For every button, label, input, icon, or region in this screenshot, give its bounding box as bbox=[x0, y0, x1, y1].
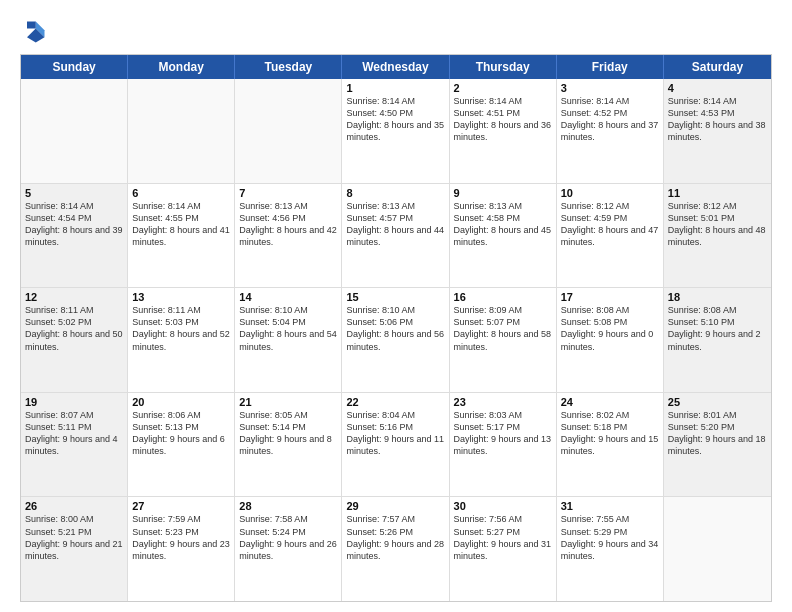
calendar-cell: 21Sunrise: 8:05 AM Sunset: 5:14 PM Dayli… bbox=[235, 393, 342, 497]
calendar-cell: 8Sunrise: 8:13 AM Sunset: 4:57 PM Daylig… bbox=[342, 184, 449, 288]
calendar-cell: 26Sunrise: 8:00 AM Sunset: 5:21 PM Dayli… bbox=[21, 497, 128, 601]
calendar-cell: 25Sunrise: 8:01 AM Sunset: 5:20 PM Dayli… bbox=[664, 393, 771, 497]
page: SundayMondayTuesdayWednesdayThursdayFrid… bbox=[0, 0, 792, 612]
calendar-cell: 2Sunrise: 8:14 AM Sunset: 4:51 PM Daylig… bbox=[450, 79, 557, 183]
day-number: 19 bbox=[25, 396, 123, 408]
day-number: 31 bbox=[561, 500, 659, 512]
calendar-cell: 7Sunrise: 8:13 AM Sunset: 4:56 PM Daylig… bbox=[235, 184, 342, 288]
cell-info: Sunrise: 8:14 AM Sunset: 4:50 PM Dayligh… bbox=[346, 95, 444, 144]
day-number: 4 bbox=[668, 82, 767, 94]
day-number: 30 bbox=[454, 500, 552, 512]
calendar-cell: 29Sunrise: 7:57 AM Sunset: 5:26 PM Dayli… bbox=[342, 497, 449, 601]
calendar-row: 5Sunrise: 8:14 AM Sunset: 4:54 PM Daylig… bbox=[21, 184, 771, 289]
calendar: SundayMondayTuesdayWednesdayThursdayFrid… bbox=[20, 54, 772, 602]
logo bbox=[20, 18, 52, 46]
cell-info: Sunrise: 7:57 AM Sunset: 5:26 PM Dayligh… bbox=[346, 513, 444, 562]
day-number: 24 bbox=[561, 396, 659, 408]
cell-info: Sunrise: 7:56 AM Sunset: 5:27 PM Dayligh… bbox=[454, 513, 552, 562]
header-cell: Saturday bbox=[664, 55, 771, 79]
calendar-cell: 14Sunrise: 8:10 AM Sunset: 5:04 PM Dayli… bbox=[235, 288, 342, 392]
cell-info: Sunrise: 7:59 AM Sunset: 5:23 PM Dayligh… bbox=[132, 513, 230, 562]
calendar-row: 12Sunrise: 8:11 AM Sunset: 5:02 PM Dayli… bbox=[21, 288, 771, 393]
day-number: 13 bbox=[132, 291, 230, 303]
svg-marker-3 bbox=[27, 22, 36, 29]
cell-info: Sunrise: 8:03 AM Sunset: 5:17 PM Dayligh… bbox=[454, 409, 552, 458]
cell-info: Sunrise: 8:08 AM Sunset: 5:10 PM Dayligh… bbox=[668, 304, 767, 353]
cell-info: Sunrise: 8:04 AM Sunset: 5:16 PM Dayligh… bbox=[346, 409, 444, 458]
header-cell: Friday bbox=[557, 55, 664, 79]
day-number: 26 bbox=[25, 500, 123, 512]
calendar-cell: 22Sunrise: 8:04 AM Sunset: 5:16 PM Dayli… bbox=[342, 393, 449, 497]
day-number: 22 bbox=[346, 396, 444, 408]
header-cell: Thursday bbox=[450, 55, 557, 79]
cell-info: Sunrise: 8:13 AM Sunset: 4:56 PM Dayligh… bbox=[239, 200, 337, 249]
cell-info: Sunrise: 8:07 AM Sunset: 5:11 PM Dayligh… bbox=[25, 409, 123, 458]
cell-info: Sunrise: 8:02 AM Sunset: 5:18 PM Dayligh… bbox=[561, 409, 659, 458]
calendar-cell: 16Sunrise: 8:09 AM Sunset: 5:07 PM Dayli… bbox=[450, 288, 557, 392]
cell-info: Sunrise: 8:12 AM Sunset: 4:59 PM Dayligh… bbox=[561, 200, 659, 249]
day-number: 14 bbox=[239, 291, 337, 303]
cell-info: Sunrise: 8:00 AM Sunset: 5:21 PM Dayligh… bbox=[25, 513, 123, 562]
cell-info: Sunrise: 8:06 AM Sunset: 5:13 PM Dayligh… bbox=[132, 409, 230, 458]
day-number: 21 bbox=[239, 396, 337, 408]
calendar-cell: 30Sunrise: 7:56 AM Sunset: 5:27 PM Dayli… bbox=[450, 497, 557, 601]
header-cell: Tuesday bbox=[235, 55, 342, 79]
calendar-row: 26Sunrise: 8:00 AM Sunset: 5:21 PM Dayli… bbox=[21, 497, 771, 601]
day-number: 20 bbox=[132, 396, 230, 408]
day-number: 29 bbox=[346, 500, 444, 512]
cell-info: Sunrise: 8:09 AM Sunset: 5:07 PM Dayligh… bbox=[454, 304, 552, 353]
cell-info: Sunrise: 8:14 AM Sunset: 4:53 PM Dayligh… bbox=[668, 95, 767, 144]
day-number: 25 bbox=[668, 396, 767, 408]
calendar-body: 1Sunrise: 8:14 AM Sunset: 4:50 PM Daylig… bbox=[21, 79, 771, 601]
calendar-cell: 11Sunrise: 8:12 AM Sunset: 5:01 PM Dayli… bbox=[664, 184, 771, 288]
cell-info: Sunrise: 8:10 AM Sunset: 5:06 PM Dayligh… bbox=[346, 304, 444, 353]
day-number: 27 bbox=[132, 500, 230, 512]
day-number: 28 bbox=[239, 500, 337, 512]
day-number: 2 bbox=[454, 82, 552, 94]
day-number: 12 bbox=[25, 291, 123, 303]
calendar-cell: 23Sunrise: 8:03 AM Sunset: 5:17 PM Dayli… bbox=[450, 393, 557, 497]
header-cell: Monday bbox=[128, 55, 235, 79]
calendar-cell: 19Sunrise: 8:07 AM Sunset: 5:11 PM Dayli… bbox=[21, 393, 128, 497]
day-number: 10 bbox=[561, 187, 659, 199]
calendar-cell: 5Sunrise: 8:14 AM Sunset: 4:54 PM Daylig… bbox=[21, 184, 128, 288]
calendar-cell bbox=[21, 79, 128, 183]
calendar-cell: 15Sunrise: 8:10 AM Sunset: 5:06 PM Dayli… bbox=[342, 288, 449, 392]
day-number: 5 bbox=[25, 187, 123, 199]
calendar-cell: 3Sunrise: 8:14 AM Sunset: 4:52 PM Daylig… bbox=[557, 79, 664, 183]
calendar-row: 1Sunrise: 8:14 AM Sunset: 4:50 PM Daylig… bbox=[21, 79, 771, 184]
cell-info: Sunrise: 8:12 AM Sunset: 5:01 PM Dayligh… bbox=[668, 200, 767, 249]
cell-info: Sunrise: 8:11 AM Sunset: 5:03 PM Dayligh… bbox=[132, 304, 230, 353]
cell-info: Sunrise: 8:14 AM Sunset: 4:55 PM Dayligh… bbox=[132, 200, 230, 249]
logo-icon bbox=[20, 18, 48, 46]
calendar-cell: 12Sunrise: 8:11 AM Sunset: 5:02 PM Dayli… bbox=[21, 288, 128, 392]
cell-info: Sunrise: 8:14 AM Sunset: 4:51 PM Dayligh… bbox=[454, 95, 552, 144]
calendar-cell: 27Sunrise: 7:59 AM Sunset: 5:23 PM Dayli… bbox=[128, 497, 235, 601]
day-number: 6 bbox=[132, 187, 230, 199]
cell-info: Sunrise: 7:58 AM Sunset: 5:24 PM Dayligh… bbox=[239, 513, 337, 562]
calendar-cell: 28Sunrise: 7:58 AM Sunset: 5:24 PM Dayli… bbox=[235, 497, 342, 601]
cell-info: Sunrise: 8:14 AM Sunset: 4:54 PM Dayligh… bbox=[25, 200, 123, 249]
day-number: 8 bbox=[346, 187, 444, 199]
header-cell: Sunday bbox=[21, 55, 128, 79]
calendar-cell: 13Sunrise: 8:11 AM Sunset: 5:03 PM Dayli… bbox=[128, 288, 235, 392]
cell-info: Sunrise: 8:11 AM Sunset: 5:02 PM Dayligh… bbox=[25, 304, 123, 353]
calendar-cell: 1Sunrise: 8:14 AM Sunset: 4:50 PM Daylig… bbox=[342, 79, 449, 183]
day-number: 11 bbox=[668, 187, 767, 199]
day-number: 15 bbox=[346, 291, 444, 303]
cell-info: Sunrise: 7:55 AM Sunset: 5:29 PM Dayligh… bbox=[561, 513, 659, 562]
calendar-cell: 17Sunrise: 8:08 AM Sunset: 5:08 PM Dayli… bbox=[557, 288, 664, 392]
calendar-cell: 9Sunrise: 8:13 AM Sunset: 4:58 PM Daylig… bbox=[450, 184, 557, 288]
cell-info: Sunrise: 8:01 AM Sunset: 5:20 PM Dayligh… bbox=[668, 409, 767, 458]
calendar-cell: 6Sunrise: 8:14 AM Sunset: 4:55 PM Daylig… bbox=[128, 184, 235, 288]
day-number: 3 bbox=[561, 82, 659, 94]
day-number: 23 bbox=[454, 396, 552, 408]
header-cell: Wednesday bbox=[342, 55, 449, 79]
cell-info: Sunrise: 8:05 AM Sunset: 5:14 PM Dayligh… bbox=[239, 409, 337, 458]
calendar-cell: 24Sunrise: 8:02 AM Sunset: 5:18 PM Dayli… bbox=[557, 393, 664, 497]
calendar-row: 19Sunrise: 8:07 AM Sunset: 5:11 PM Dayli… bbox=[21, 393, 771, 498]
calendar-cell bbox=[664, 497, 771, 601]
day-number: 17 bbox=[561, 291, 659, 303]
calendar-cell: 20Sunrise: 8:06 AM Sunset: 5:13 PM Dayli… bbox=[128, 393, 235, 497]
day-number: 7 bbox=[239, 187, 337, 199]
